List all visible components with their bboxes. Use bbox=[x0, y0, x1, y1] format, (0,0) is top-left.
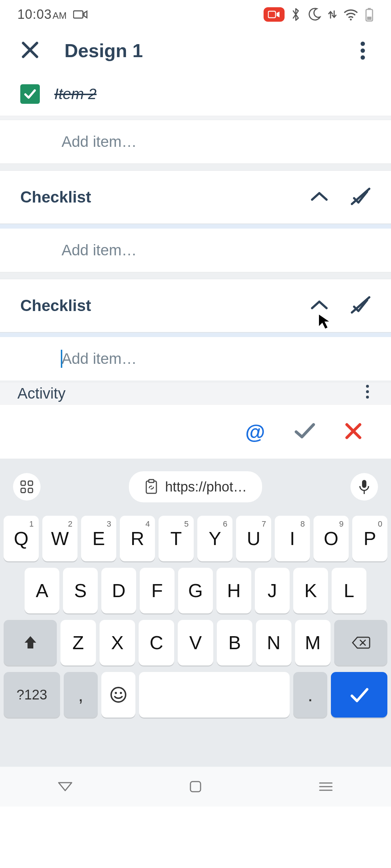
clipboard-text: https://phot… bbox=[165, 479, 247, 495]
comma-key[interactable]: , bbox=[64, 672, 98, 718]
key-g[interactable]: G bbox=[178, 568, 213, 613]
space-key[interactable] bbox=[139, 672, 290, 718]
backspace-key[interactable] bbox=[334, 620, 387, 665]
svg-rect-1 bbox=[268, 11, 276, 18]
checkbox-checked[interactable] bbox=[20, 84, 40, 104]
key-o[interactable]: O9 bbox=[314, 516, 349, 561]
add-item-input[interactable]: Add item… bbox=[0, 120, 391, 163]
soft-keyboard: https://phot… Q1W2E3R4T5Y6U7I8O9P0 ASDFG… bbox=[0, 459, 391, 767]
svg-rect-15 bbox=[28, 488, 33, 493]
card-title[interactable]: Design 1 bbox=[64, 40, 327, 61]
more-options-button[interactable] bbox=[352, 41, 374, 60]
add-item-placeholder: Add item… bbox=[62, 350, 137, 367]
key-n[interactable]: N bbox=[256, 620, 291, 665]
key-p[interactable]: P0 bbox=[352, 516, 387, 561]
svg-rect-0 bbox=[73, 11, 83, 18]
add-item-input-focused[interactable]: Add item… bbox=[0, 337, 391, 380]
keyboard-row-1: Q1W2E3R4T5Y6U7I8O9P0 bbox=[4, 516, 387, 561]
key-l[interactable]: L bbox=[332, 568, 366, 613]
key-j[interactable]: J bbox=[255, 568, 290, 613]
status-bar: 10:03AM bbox=[0, 0, 391, 29]
key-q[interactable]: Q1 bbox=[4, 516, 39, 561]
system-nav-bar bbox=[0, 767, 391, 807]
key-b[interactable]: B bbox=[217, 620, 252, 665]
key-d[interactable]: D bbox=[101, 568, 136, 613]
dnd-moon-icon bbox=[307, 7, 321, 22]
nav-home-button[interactable] bbox=[187, 778, 204, 795]
svg-point-21 bbox=[115, 692, 117, 694]
key-r[interactable]: R4 bbox=[120, 516, 155, 561]
key-y[interactable]: Y6 bbox=[197, 516, 232, 561]
keyboard-mic-button[interactable] bbox=[350, 473, 378, 501]
battery-icon bbox=[365, 7, 374, 22]
close-button[interactable] bbox=[21, 41, 39, 60]
svg-point-6 bbox=[361, 42, 365, 46]
emoji-key[interactable] bbox=[101, 672, 135, 718]
svg-rect-14 bbox=[21, 488, 25, 493]
status-right bbox=[264, 7, 374, 22]
collapse-chevron-icon[interactable] bbox=[310, 299, 329, 312]
svg-point-8 bbox=[361, 55, 365, 60]
nav-recents-button[interactable] bbox=[318, 778, 334, 795]
period-key[interactable]: . bbox=[293, 672, 327, 718]
key-z[interactable]: Z bbox=[60, 620, 96, 665]
shift-key[interactable] bbox=[4, 620, 57, 665]
cancel-button[interactable] bbox=[345, 422, 362, 441]
svg-point-2 bbox=[350, 19, 352, 21]
data-arrows-icon bbox=[328, 8, 337, 21]
checklist-group-header[interactable]: Checklist bbox=[0, 171, 391, 224]
keyboard-row-2: ASDFGHJKL bbox=[4, 568, 387, 613]
bluetooth-icon bbox=[291, 7, 300, 22]
add-item-input[interactable]: Add item… bbox=[0, 229, 391, 272]
key-t[interactable]: T5 bbox=[159, 516, 194, 561]
svg-point-9 bbox=[366, 385, 369, 388]
key-f[interactable]: F bbox=[140, 568, 175, 613]
svg-rect-5 bbox=[367, 17, 371, 20]
hide-checked-icon[interactable] bbox=[350, 187, 371, 207]
wifi-icon bbox=[343, 8, 358, 21]
svg-point-20 bbox=[111, 688, 126, 702]
keyboard-row-4: ?123 , . bbox=[4, 672, 387, 718]
key-s[interactable]: S bbox=[63, 568, 98, 613]
input-action-bar: @ bbox=[0, 404, 391, 459]
svg-rect-17 bbox=[149, 480, 154, 482]
checklist-group-header[interactable]: Checklist bbox=[0, 279, 391, 333]
key-a[interactable]: A bbox=[25, 568, 59, 613]
card-header: Design 1 bbox=[0, 29, 391, 72]
confirm-button[interactable] bbox=[294, 422, 316, 441]
key-h[interactable]: H bbox=[216, 568, 251, 613]
svg-rect-23 bbox=[190, 782, 201, 792]
key-e[interactable]: E3 bbox=[81, 516, 116, 561]
svg-rect-13 bbox=[28, 481, 33, 485]
clipboard-link-icon bbox=[144, 479, 159, 495]
status-left: 10:03AM bbox=[17, 7, 88, 22]
add-item-placeholder: Add item… bbox=[62, 242, 137, 259]
key-w[interactable]: W2 bbox=[42, 516, 77, 561]
activity-section-header[interactable]: Activity bbox=[0, 383, 391, 404]
svg-point-22 bbox=[120, 692, 122, 694]
nav-back-button[interactable] bbox=[57, 778, 73, 795]
key-v[interactable]: V bbox=[178, 620, 213, 665]
svg-point-11 bbox=[366, 396, 369, 399]
svg-point-7 bbox=[361, 48, 365, 53]
hide-checked-icon[interactable] bbox=[350, 296, 371, 315]
key-i[interactable]: I8 bbox=[275, 516, 310, 561]
enter-key[interactable] bbox=[331, 672, 387, 718]
svg-rect-4 bbox=[368, 8, 371, 10]
activity-more-icon[interactable] bbox=[366, 384, 369, 403]
key-u[interactable]: U7 bbox=[236, 516, 271, 561]
mention-button[interactable]: @ bbox=[245, 420, 265, 443]
keyboard-apps-button[interactable] bbox=[13, 473, 41, 501]
key-k[interactable]: K bbox=[293, 568, 328, 613]
key-c[interactable]: C bbox=[139, 620, 174, 665]
svg-rect-18 bbox=[362, 480, 366, 488]
key-x[interactable]: X bbox=[100, 620, 135, 665]
collapse-chevron-icon[interactable] bbox=[310, 190, 329, 204]
clipboard-suggestion[interactable]: https://phot… bbox=[129, 471, 262, 502]
status-time: 10:03AM bbox=[17, 7, 67, 22]
checklist-item-row[interactable]: Item 2 bbox=[0, 72, 391, 116]
add-item-placeholder: Add item… bbox=[62, 133, 137, 150]
svg-point-10 bbox=[366, 390, 369, 393]
key-m[interactable]: M bbox=[295, 620, 331, 665]
symbols-key[interactable]: ?123 bbox=[4, 672, 60, 718]
